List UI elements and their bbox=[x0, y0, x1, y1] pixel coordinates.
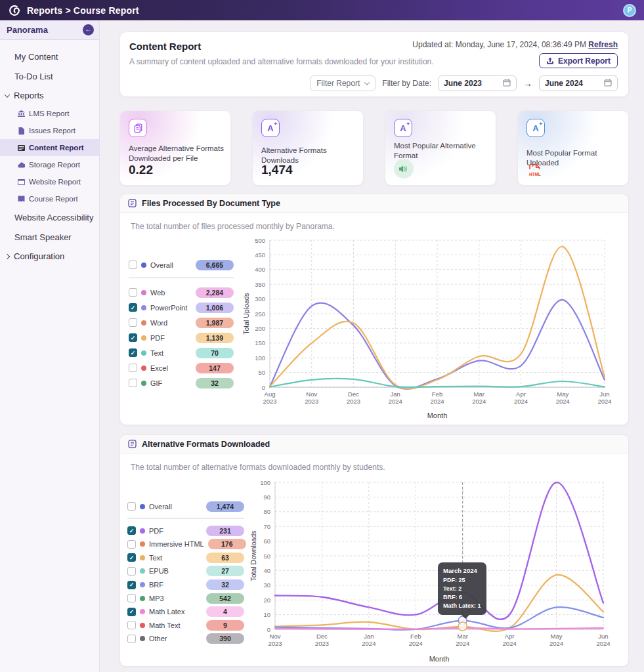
svg-text:2024: 2024 bbox=[597, 398, 611, 405]
series-color-dot bbox=[140, 528, 145, 534]
legend-item-math-latex: ✓Math Latex4 bbox=[127, 606, 244, 618]
sidebar-item-to-do-list[interactable]: To-Do List bbox=[0, 66, 99, 86]
legend-value-badge: 9 bbox=[206, 620, 244, 631]
svg-text:250: 250 bbox=[255, 310, 265, 318]
svg-text:500: 500 bbox=[255, 237, 265, 244]
legend-checkbox[interactable]: ✓ bbox=[129, 303, 137, 312]
export-report-button[interactable]: Export Report bbox=[539, 53, 618, 68]
legend-checkbox[interactable]: ✓ bbox=[127, 553, 136, 562]
legend-checkbox[interactable]: ✓ bbox=[127, 608, 136, 616]
panel-header: Alternative Formats Downloaded bbox=[120, 435, 628, 453]
legend-checkbox[interactable] bbox=[129, 364, 137, 372]
legend-checkbox[interactable] bbox=[129, 288, 137, 297]
legend-label: BRF bbox=[149, 581, 163, 589]
sidebar-item-course-report[interactable]: Course Report bbox=[0, 190, 99, 207]
stat-card-most-popular-upload: A✦ Most Popular Format Uploaded HTML bbox=[517, 110, 629, 186]
panel-subtitle: The total number of files processed mont… bbox=[131, 222, 335, 231]
panel-header: Files Processed By Document Type bbox=[120, 194, 628, 213]
legend-item-overall: Overall1,474 bbox=[127, 501, 244, 512]
sidebar-item-website-report[interactable]: Website Report bbox=[0, 173, 99, 190]
svg-text:Apr: Apr bbox=[505, 633, 515, 640]
legend-item-mp3: MP3542 bbox=[127, 593, 244, 604]
legend-checkbox[interactable]: ✓ bbox=[129, 348, 137, 357]
sidebar-item-label: LMS Report bbox=[29, 110, 69, 117]
user-avatar[interactable]: P bbox=[623, 4, 636, 17]
legend-label: Web bbox=[150, 289, 165, 297]
sidebar-item-content-report[interactable]: Content Report bbox=[0, 139, 99, 156]
legend-checkbox[interactable] bbox=[127, 540, 136, 549]
chart-legend: Overall1,474✓PDF231Immersive HTML176✓Tex… bbox=[127, 501, 244, 644]
refresh-link[interactable]: Refresh bbox=[588, 40, 618, 49]
svg-text:Mar: Mar bbox=[458, 633, 468, 640]
svg-text:Aug: Aug bbox=[265, 390, 276, 398]
calendar-icon[interactable] bbox=[503, 79, 511, 89]
series-color-dot bbox=[140, 596, 145, 601]
content-report-header-panel: Content Report A summary of content uplo… bbox=[119, 32, 629, 97]
legend-item-other: Other390 bbox=[127, 633, 244, 644]
legend-checkbox[interactable] bbox=[127, 502, 136, 511]
legend-item-pdf: ✓PDF1,139 bbox=[129, 332, 234, 343]
svg-text:2023: 2023 bbox=[305, 398, 318, 405]
alt-formats-chart[interactable]: 0102030405060708090100Nov2023Dec2023Jan2… bbox=[249, 471, 624, 665]
stat-card-most-popular-alt-format: A✦ Most Popular Alternative Format bbox=[385, 110, 496, 186]
legend-checkbox[interactable]: ✓ bbox=[127, 526, 136, 535]
sidebar-item-configuration[interactable]: Configuration bbox=[0, 247, 99, 266]
legend-checkbox[interactable] bbox=[127, 594, 136, 602]
legend-checkbox[interactable] bbox=[129, 379, 137, 387]
legend-value-badge: 1,139 bbox=[196, 333, 234, 343]
legend-label: PDF bbox=[149, 527, 163, 535]
legend-checkbox[interactable] bbox=[129, 318, 137, 327]
date-from-input[interactable]: June 2023 bbox=[438, 75, 517, 91]
legend-label: PDF bbox=[150, 334, 165, 342]
tooltip-row: Math Latex: 1 bbox=[443, 602, 481, 610]
lms-report-icon bbox=[18, 110, 25, 117]
legend-item-epub: EPUB27 bbox=[127, 566, 244, 577]
svg-text:2024: 2024 bbox=[456, 640, 469, 647]
svg-text:Jun: Jun bbox=[599, 390, 609, 398]
legend-label: Immersive HTML bbox=[149, 540, 204, 548]
legend-checkbox[interactable]: ✓ bbox=[127, 581, 136, 589]
svg-text:Mar: Mar bbox=[474, 390, 484, 398]
breadcrumb: Reports > Course Report bbox=[27, 5, 139, 16]
legend-value-badge: 1,006 bbox=[196, 303, 234, 313]
legend-checkbox[interactable] bbox=[127, 567, 136, 576]
legend-label: Overall bbox=[150, 261, 173, 269]
sidebar-item-lms-report[interactable]: LMS Report bbox=[0, 105, 99, 122]
alt-formats-panel: Alternative Formats Downloaded The total… bbox=[119, 434, 629, 667]
legend-value-badge: 147 bbox=[196, 363, 234, 373]
svg-text:Jan: Jan bbox=[364, 633, 374, 640]
alt-format-a-icon: A✦ bbox=[394, 119, 412, 137]
tooltip-row: BRF: 6 bbox=[443, 593, 481, 602]
issues-report-icon bbox=[18, 127, 25, 135]
svg-text:0: 0 bbox=[262, 384, 265, 391]
svg-text:400: 400 bbox=[255, 266, 265, 273]
legend-checkbox[interactable] bbox=[127, 635, 136, 643]
sidebar-item-website-accessibility[interactable]: Website Accessibility bbox=[0, 207, 99, 227]
calendar-icon[interactable] bbox=[604, 79, 612, 89]
files-processed-chart[interactable]: 050100150200250300350400450500Aug2023Nov… bbox=[242, 230, 626, 422]
svg-text:HTML: HTML bbox=[529, 172, 541, 177]
sidebar-item-issues-report[interactable]: Issues Report bbox=[0, 122, 99, 139]
sidebar-item-my-content[interactable]: My Content bbox=[0, 47, 99, 66]
sidebar-item-smart-speaker[interactable]: Smart Speaker bbox=[0, 227, 99, 247]
alt-format-a-icon: A✦ bbox=[261, 119, 280, 137]
website-report-icon bbox=[18, 178, 25, 186]
filter-report-select[interactable]: Filter Report bbox=[310, 75, 376, 91]
sidebar-item-reports[interactable]: Reports bbox=[0, 86, 99, 105]
sidebar-item-storage-report[interactable]: Storage Report bbox=[0, 156, 99, 173]
legend-label: Overall bbox=[149, 503, 172, 511]
series-color-dot bbox=[140, 609, 145, 614]
panorama-logo-icon[interactable] bbox=[8, 4, 21, 17]
legend-checkbox[interactable] bbox=[127, 621, 136, 629]
date-to-input[interactable]: June 2024 bbox=[539, 75, 618, 91]
legend-item-brf: ✓BRF32 bbox=[127, 579, 244, 591]
legend-checkbox[interactable]: ✓ bbox=[129, 333, 137, 342]
series-color-dot bbox=[141, 320, 146, 326]
stat-card-avg-alt-formats: Average Alternative Formats Downloaded p… bbox=[119, 110, 231, 186]
sidebar: Panorama ← My ContentTo-Do ListReportsLM… bbox=[0, 20, 100, 672]
legend-label: Math Latex bbox=[149, 608, 184, 616]
sidebar-collapse-button[interactable]: ← bbox=[83, 24, 94, 35]
legend-checkbox[interactable] bbox=[129, 261, 137, 269]
sidebar-item-label: Website Report bbox=[29, 178, 81, 186]
chevron-down-icon bbox=[364, 79, 370, 85]
